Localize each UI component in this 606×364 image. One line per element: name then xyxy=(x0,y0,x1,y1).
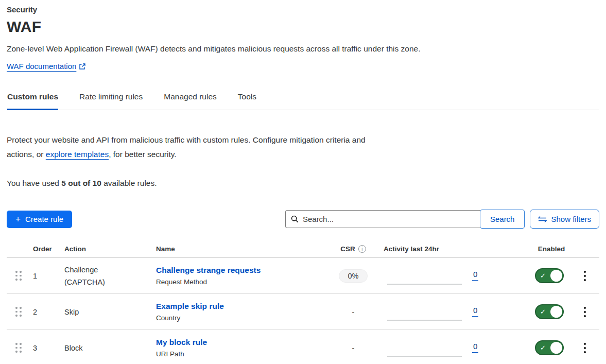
activity-count-link[interactable]: 0 xyxy=(472,270,478,281)
rule-name-link[interactable]: Example skip rule xyxy=(156,302,224,311)
table-row: 1 Challenge (CAPTCHA) Challenge strange … xyxy=(7,258,599,294)
intro-text-after: , for better security. xyxy=(109,150,177,159)
waf-documentation-link[interactable]: WAF documentation xyxy=(7,62,76,71)
external-link-icon xyxy=(79,63,86,70)
rule-name-cell: Challenge strange requests Request Metho… xyxy=(152,266,323,286)
create-rule-label: Create rule xyxy=(25,215,63,223)
csr-value: - xyxy=(352,344,355,352)
custom-rules-table: Order Action Name CSR i Activity last 24… xyxy=(7,242,599,364)
enabled-cell: ✓ xyxy=(529,340,570,355)
rule-action: Challenge (CAPTCHA) xyxy=(60,264,121,288)
activity-sparkline xyxy=(387,339,462,357)
enabled-toggle[interactable]: ✓ xyxy=(535,304,564,319)
page-title: WAF xyxy=(7,18,599,36)
drag-handle-icon[interactable] xyxy=(15,343,22,353)
create-rule-button[interactable]: + Create rule xyxy=(7,211,72,228)
table-header-row: Order Action Name CSR i Activity last 24… xyxy=(7,242,599,258)
usage-suffix: available rules. xyxy=(101,179,157,187)
enabled-toggle[interactable]: ✓ xyxy=(535,340,564,355)
activity-sparkline xyxy=(387,303,462,321)
activity-sparkline xyxy=(387,267,462,285)
tab-rate-limiting-rules[interactable]: Rate limiting rules xyxy=(79,88,143,110)
rule-name-cell: Example skip rule Country xyxy=(152,302,323,322)
rule-action: Skip xyxy=(60,306,121,318)
activity-cell: 0 xyxy=(379,267,529,285)
column-header-action: Action xyxy=(60,245,152,253)
check-icon: ✓ xyxy=(540,344,546,351)
csr-value: - xyxy=(352,308,355,316)
explore-templates-link[interactable]: explore templates xyxy=(46,150,109,159)
column-header-csr: CSR i xyxy=(323,245,379,253)
usage-prefix: You have used xyxy=(7,179,61,187)
tab-managed-rules[interactable]: Managed rules xyxy=(164,88,217,110)
search-icon xyxy=(291,215,299,223)
info-icon[interactable]: i xyxy=(358,245,366,253)
drag-handle-icon[interactable] xyxy=(15,307,22,317)
show-filters-label: Show filters xyxy=(551,215,591,223)
show-filters-button[interactable]: Show filters xyxy=(530,210,599,229)
csr-badge: 0% xyxy=(339,269,368,283)
rule-field: URI Path xyxy=(156,350,323,358)
search-input[interactable] xyxy=(303,215,475,223)
rule-field: Request Method xyxy=(156,278,323,286)
tab-tools[interactable]: Tools xyxy=(238,88,256,110)
csr-cell: - xyxy=(323,308,379,316)
rule-order: 1 xyxy=(29,272,60,280)
page-description: Zone-level Web Application Firewall (WAF… xyxy=(7,44,599,54)
activity-cell: 0 xyxy=(379,339,529,357)
search-box xyxy=(285,210,480,228)
kebab-menu-icon[interactable] xyxy=(580,268,590,284)
breadcrumb: Security xyxy=(7,5,599,14)
column-header-name: Name xyxy=(152,245,323,253)
rule-order: 2 xyxy=(29,308,60,316)
enabled-cell: ✓ xyxy=(529,304,570,319)
search-button[interactable]: Search xyxy=(480,210,525,229)
usage-count: 5 out of 10 xyxy=(61,179,101,187)
kebab-menu-icon[interactable] xyxy=(580,340,590,356)
enabled-toggle[interactable]: ✓ xyxy=(535,268,564,283)
column-header-order: Order xyxy=(29,245,60,253)
swap-arrows-icon xyxy=(538,216,547,223)
drag-handle-icon[interactable] xyxy=(15,271,22,281)
plus-icon: + xyxy=(15,215,21,223)
rule-name-cell: My block rule URI Path xyxy=(152,338,323,358)
activity-cell: 0 xyxy=(379,303,529,321)
rule-name-link[interactable]: Challenge strange requests xyxy=(156,266,261,275)
intro-paragraph: Protect your website and API from malici… xyxy=(7,133,385,162)
rules-toolbar: + Create rule Search xyxy=(7,210,599,229)
column-header-enabled: Enabled xyxy=(529,245,570,253)
check-icon: ✓ xyxy=(540,272,546,279)
rule-field: Country xyxy=(156,314,323,322)
toggle-knob xyxy=(550,270,562,282)
rule-order: 3 xyxy=(29,344,60,352)
tab-custom-rules[interactable]: Custom rules xyxy=(7,88,58,110)
column-header-activity: Activity last 24hr xyxy=(379,245,529,253)
kebab-menu-icon[interactable] xyxy=(580,304,590,320)
csr-cell: 0% xyxy=(323,269,379,283)
activity-count-link[interactable]: 0 xyxy=(472,306,478,317)
table-row: 3 Block My block rule URI Path - 0 ✓ xyxy=(7,330,599,364)
rule-action: Block xyxy=(60,342,121,354)
check-icon: ✓ xyxy=(540,308,546,315)
usage-summary: You have used 5 out of 10 available rule… xyxy=(7,179,599,188)
tab-bar: Custom rules Rate limiting rules Managed… xyxy=(7,88,599,110)
activity-count-link[interactable]: 0 xyxy=(472,342,478,353)
toggle-knob xyxy=(550,342,562,354)
waf-page: Security WAF Zone-level Web Application … xyxy=(0,0,606,364)
rule-name-link[interactable]: My block rule xyxy=(156,338,207,347)
table-row: 2 Skip Example skip rule Country - 0 ✓ xyxy=(7,294,599,330)
csr-cell: - xyxy=(323,344,379,352)
enabled-cell: ✓ xyxy=(529,268,570,283)
toggle-knob xyxy=(550,306,562,318)
